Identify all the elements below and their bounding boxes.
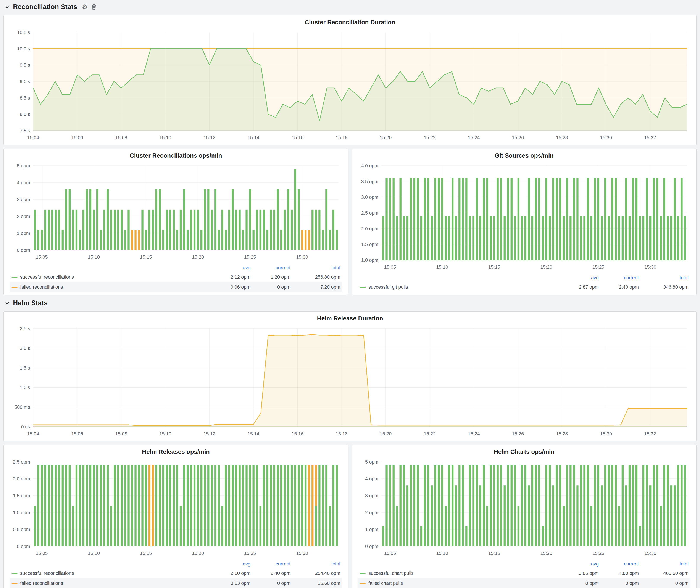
legend-col-total[interactable]: total xyxy=(639,275,689,281)
svg-text:15:05: 15:05 xyxy=(36,551,48,556)
svg-text:4 opm: 4 opm xyxy=(17,180,30,185)
legend-col-current[interactable]: current xyxy=(599,275,639,281)
svg-text:1.5 opm: 1.5 opm xyxy=(13,493,30,498)
panel-row-ops: Cluster Reconciliations ops/min 0 opm1 o… xyxy=(3,149,697,295)
legend-header-row: avgcurrenttotal xyxy=(10,263,342,272)
svg-text:15:32: 15:32 xyxy=(644,135,656,140)
svg-text:15:16: 15:16 xyxy=(292,135,303,140)
legend-col-total[interactable]: total xyxy=(290,265,340,271)
legend-row: successful reconciliations2.12 opm1.20 o… xyxy=(10,272,342,282)
section-reconciliation-stats[interactable]: Reconciliation Stats ⚙ xyxy=(3,2,697,12)
svg-text:0 ns: 0 ns xyxy=(21,424,30,430)
svg-text:0 opm: 0 opm xyxy=(17,247,30,253)
panel-title[interactable]: Helm Release Duration xyxy=(8,314,692,324)
helm-releases-ops-chart[interactable]: 0 opm0.5 opm1.0 opm1.5 opm2.0 opm2.5 opm… xyxy=(8,457,344,558)
svg-text:15:20: 15:20 xyxy=(380,431,392,436)
svg-text:15:12: 15:12 xyxy=(203,135,215,140)
legend-series-name[interactable]: failed reconciliations xyxy=(11,284,205,290)
panel-title[interactable]: Helm Releases ops/min xyxy=(8,447,344,457)
svg-text:7.5 s: 7.5 s xyxy=(20,128,30,133)
panel-title[interactable]: Helm Charts ops/min xyxy=(356,447,692,457)
legend-series-name[interactable]: failed chart pulls xyxy=(360,580,553,586)
legend-helm-charts: avgcurrenttotalsuccessful chart pulls3.8… xyxy=(356,558,692,588)
svg-text:15:10: 15:10 xyxy=(88,254,100,260)
series-total-value: 256.80 opm xyxy=(290,274,340,280)
trash-icon[interactable] xyxy=(91,4,97,10)
panel-title[interactable]: Git Sources ops/min xyxy=(356,151,692,161)
legend-col-current[interactable]: current xyxy=(599,561,639,567)
series-total-value: 465.60 opm xyxy=(639,570,689,576)
svg-text:1.0 opm: 1.0 opm xyxy=(361,257,379,263)
svg-text:1.5 opm: 1.5 opm xyxy=(361,242,379,247)
series-current-value: 2.40 opm xyxy=(599,284,639,290)
svg-text:15:10: 15:10 xyxy=(88,551,100,556)
svg-text:10.5 s: 10.5 s xyxy=(17,30,30,35)
legend-col-avg[interactable]: avg xyxy=(553,275,599,281)
series-color-marker xyxy=(11,287,18,288)
svg-text:1.0 s: 1.0 s xyxy=(20,385,30,390)
legend-col-avg[interactable]: avg xyxy=(205,265,250,271)
legend-helm-releases: avgcurrenttotalsuccessful reconciliation… xyxy=(8,558,344,588)
legend-col-total[interactable]: total xyxy=(290,561,340,567)
svg-text:1 opm: 1 opm xyxy=(365,527,378,532)
svg-text:15:06: 15:06 xyxy=(71,135,83,140)
svg-text:15:05: 15:05 xyxy=(384,551,396,556)
panel-title[interactable]: Cluster Reconciliation Duration xyxy=(8,18,692,28)
svg-text:3.0 opm: 3.0 opm xyxy=(361,194,379,200)
legend-row: successful git pulls2.87 opm2.40 opm346.… xyxy=(358,282,690,292)
svg-text:15:15: 15:15 xyxy=(140,254,152,260)
series-total-value: 7.20 opm xyxy=(290,284,340,290)
panel-row-helm-ops: Helm Releases ops/min 0 opm0.5 opm1.0 op… xyxy=(3,445,697,588)
git-sources-ops-chart[interactable]: 1.0 opm1.5 opm2.0 opm2.5 opm3.0 opm3.5 o… xyxy=(356,161,692,272)
cluster-reconciliations-ops-chart[interactable]: 0 opm1 opm2 opm3 opm4 opm5 opm15:0515:10… xyxy=(8,161,344,262)
series-avg-value: 0.13 opm xyxy=(205,580,250,586)
legend-col-current[interactable]: current xyxy=(250,265,290,271)
series-label: successful git pulls xyxy=(368,284,408,290)
legend-series-name[interactable]: successful git pulls xyxy=(360,284,553,290)
legend-col-avg[interactable]: avg xyxy=(205,561,250,567)
svg-text:15:30: 15:30 xyxy=(296,254,308,260)
legend-col-current[interactable]: current xyxy=(250,561,290,567)
svg-text:15:15: 15:15 xyxy=(488,264,500,270)
panel-title[interactable]: Cluster Reconciliations ops/min xyxy=(8,151,344,161)
svg-text:15:04: 15:04 xyxy=(27,135,39,140)
svg-text:15:30: 15:30 xyxy=(600,431,612,436)
svg-text:15:18: 15:18 xyxy=(336,135,348,140)
legend-row: successful chart pulls3.85 opm4.80 opm46… xyxy=(358,568,690,578)
gear-icon[interactable]: ⚙ xyxy=(82,4,88,10)
legend-header-row: avgcurrenttotal xyxy=(358,273,690,282)
legend-series-name[interactable]: failed reconciliations xyxy=(11,580,205,586)
svg-text:15:30: 15:30 xyxy=(644,551,656,556)
series-color-marker xyxy=(360,583,366,584)
helm-release-duration-chart[interactable]: 0 ns500 ms1.0 s1.5 s2.0 s2.5 s15:0415:06… xyxy=(8,324,692,439)
series-current-value: 2.40 opm xyxy=(250,570,290,576)
svg-text:15:04: 15:04 xyxy=(27,431,39,436)
series-avg-value: 3.85 opm xyxy=(553,570,599,576)
legend-col-avg[interactable]: avg xyxy=(553,561,599,567)
svg-text:15:20: 15:20 xyxy=(192,254,204,260)
svg-text:15:14: 15:14 xyxy=(248,431,260,436)
svg-text:1.0 opm: 1.0 opm xyxy=(13,510,30,515)
svg-text:3 opm: 3 opm xyxy=(365,493,378,498)
svg-text:15:10: 15:10 xyxy=(436,551,448,556)
legend-series-name[interactable]: successful chart pulls xyxy=(360,570,553,576)
legend-col-total[interactable]: total xyxy=(639,561,689,567)
svg-text:15:28: 15:28 xyxy=(556,135,568,140)
section-helm-stats[interactable]: Helm Stats xyxy=(3,298,697,308)
svg-text:3 opm: 3 opm xyxy=(17,197,30,202)
helm-charts-ops-chart[interactable]: 0 opm1 opm2 opm3 opm4 opm5 opm15:0515:10… xyxy=(356,457,692,558)
legend-row: failed reconciliations0.13 opm0 opm15.60… xyxy=(10,578,342,588)
svg-text:1 opm: 1 opm xyxy=(17,231,30,236)
svg-text:15:32: 15:32 xyxy=(644,431,656,436)
cluster-reconciliation-duration-chart[interactable]: 7.5 s8.0 s8.5 s9.0 s9.5 s10.0 s10.5 s15:… xyxy=(8,28,692,143)
svg-text:15:05: 15:05 xyxy=(384,264,396,270)
svg-text:9.5 s: 9.5 s xyxy=(20,62,30,68)
svg-text:15:08: 15:08 xyxy=(115,431,127,436)
svg-text:5 opm: 5 opm xyxy=(365,459,378,465)
legend-series-name[interactable]: successful reconciliations xyxy=(11,274,205,280)
svg-text:15:22: 15:22 xyxy=(424,431,436,436)
svg-text:2.5 opm: 2.5 opm xyxy=(13,459,30,465)
svg-text:0 opm: 0 opm xyxy=(365,544,378,549)
legend-series-name[interactable]: successful reconciliations xyxy=(11,570,205,576)
svg-text:15:26: 15:26 xyxy=(512,431,524,436)
